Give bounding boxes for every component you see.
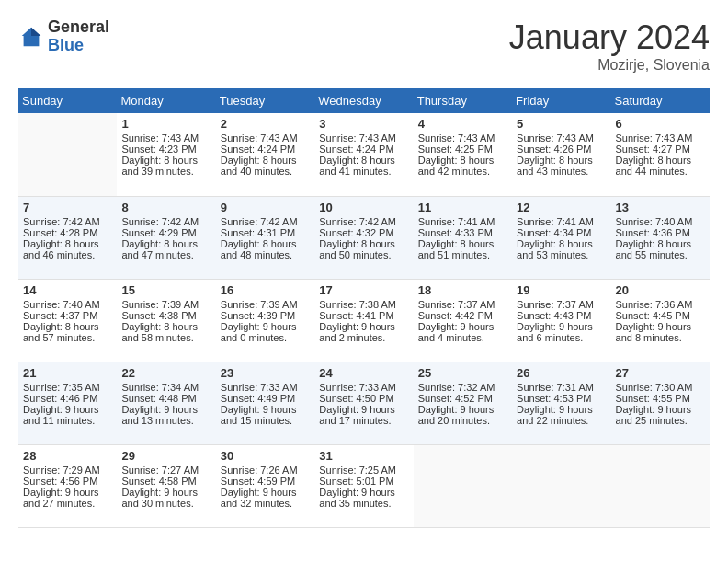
sunset-text: Sunset: 4:39 PM bbox=[221, 310, 310, 321]
daylight-text: Daylight: 8 hours and 48 minutes. bbox=[221, 238, 310, 260]
calendar-week-row: 21Sunrise: 7:35 AMSunset: 4:46 PMDayligh… bbox=[18, 362, 710, 444]
table-row: 20Sunrise: 7:36 AMSunset: 4:45 PMDayligh… bbox=[611, 279, 710, 362]
table-row bbox=[512, 444, 610, 527]
sunrise-text: Sunrise: 7:33 AM bbox=[319, 382, 408, 393]
sunset-text: Sunset: 4:37 PM bbox=[23, 310, 112, 321]
sunset-text: Sunset: 4:46 PM bbox=[23, 393, 112, 404]
daylight-text: Daylight: 8 hours and 53 minutes. bbox=[517, 238, 606, 260]
title-block: January 2024 Mozirje, Slovenia bbox=[509, 18, 710, 74]
day-number: 14 bbox=[23, 283, 112, 297]
daylight-text: Daylight: 9 hours and 13 minutes. bbox=[121, 404, 210, 426]
header-friday: Friday bbox=[512, 88, 610, 113]
sunrise-text: Sunrise: 7:40 AM bbox=[23, 299, 112, 310]
sunrise-text: Sunrise: 7:42 AM bbox=[221, 216, 310, 227]
table-row: 11Sunrise: 7:41 AMSunset: 4:33 PMDayligh… bbox=[414, 196, 512, 279]
table-row: 1Sunrise: 7:43 AMSunset: 4:23 PMDaylight… bbox=[117, 113, 215, 196]
sunset-text: Sunset: 4:33 PM bbox=[418, 227, 507, 238]
table-row: 24Sunrise: 7:33 AMSunset: 4:50 PMDayligh… bbox=[314, 362, 413, 444]
header-sunday: Sunday bbox=[18, 88, 117, 113]
sunrise-text: Sunrise: 7:42 AM bbox=[319, 216, 408, 227]
day-number: 29 bbox=[121, 449, 210, 463]
daylight-text: Daylight: 9 hours and 20 minutes. bbox=[418, 404, 507, 426]
sunset-text: Sunset: 4:29 PM bbox=[121, 227, 210, 238]
table-row bbox=[611, 444, 710, 527]
day-number: 3 bbox=[319, 117, 408, 131]
daylight-text: Daylight: 8 hours and 47 minutes. bbox=[121, 238, 210, 260]
sunrise-text: Sunrise: 7:26 AM bbox=[221, 465, 310, 476]
daylight-text: Daylight: 8 hours and 42 minutes. bbox=[418, 155, 507, 177]
table-row: 13Sunrise: 7:40 AMSunset: 4:36 PMDayligh… bbox=[611, 196, 710, 279]
day-number: 27 bbox=[616, 366, 705, 380]
sunrise-text: Sunrise: 7:34 AM bbox=[121, 382, 210, 393]
table-row: 17Sunrise: 7:38 AMSunset: 4:41 PMDayligh… bbox=[314, 279, 413, 362]
table-row: 25Sunrise: 7:32 AMSunset: 4:52 PMDayligh… bbox=[414, 362, 512, 444]
calendar-week-row: 28Sunrise: 7:29 AMSunset: 4:56 PMDayligh… bbox=[18, 444, 710, 527]
sunset-text: Sunset: 4:55 PM bbox=[616, 393, 705, 404]
sunset-text: Sunset: 4:23 PM bbox=[121, 144, 210, 155]
sunrise-text: Sunrise: 7:42 AM bbox=[23, 216, 112, 227]
daylight-text: Daylight: 8 hours and 40 minutes. bbox=[221, 155, 310, 177]
daylight-text: Daylight: 9 hours and 15 minutes. bbox=[221, 404, 310, 426]
daylight-text: Daylight: 9 hours and 35 minutes. bbox=[319, 487, 408, 509]
table-row: 3Sunrise: 7:43 AMSunset: 4:24 PMDaylight… bbox=[314, 113, 413, 196]
table-row: 10Sunrise: 7:42 AMSunset: 4:32 PMDayligh… bbox=[314, 196, 413, 279]
table-row: 7Sunrise: 7:42 AMSunset: 4:28 PMDaylight… bbox=[18, 196, 117, 279]
sunrise-text: Sunrise: 7:30 AM bbox=[616, 382, 705, 393]
day-number: 2 bbox=[221, 117, 310, 131]
daylight-text: Daylight: 8 hours and 58 minutes. bbox=[121, 321, 210, 343]
header-monday: Monday bbox=[117, 88, 215, 113]
sunset-text: Sunset: 4:49 PM bbox=[221, 393, 310, 404]
table-row: 29Sunrise: 7:27 AMSunset: 4:58 PMDayligh… bbox=[117, 444, 215, 527]
table-row: 16Sunrise: 7:39 AMSunset: 4:39 PMDayligh… bbox=[216, 279, 314, 362]
day-number: 5 bbox=[517, 117, 606, 131]
table-row: 4Sunrise: 7:43 AMSunset: 4:25 PMDaylight… bbox=[414, 113, 512, 196]
day-number: 4 bbox=[418, 117, 507, 131]
table-row: 15Sunrise: 7:39 AMSunset: 4:38 PMDayligh… bbox=[117, 279, 215, 362]
daylight-text: Daylight: 9 hours and 0 minutes. bbox=[221, 321, 310, 343]
day-number: 17 bbox=[319, 283, 408, 297]
table-row: 28Sunrise: 7:29 AMSunset: 4:56 PMDayligh… bbox=[18, 444, 117, 527]
day-number: 28 bbox=[23, 449, 112, 463]
day-number: 26 bbox=[517, 366, 606, 380]
logo-general-text: General bbox=[48, 18, 109, 37]
table-row bbox=[18, 113, 117, 196]
sunrise-text: Sunrise: 7:43 AM bbox=[121, 132, 210, 144]
daylight-text: Daylight: 8 hours and 43 minutes. bbox=[517, 155, 606, 177]
sunset-text: Sunset: 4:52 PM bbox=[418, 393, 507, 404]
daylight-text: Daylight: 9 hours and 30 minutes. bbox=[121, 487, 210, 509]
sunrise-text: Sunrise: 7:43 AM bbox=[221, 132, 310, 144]
sunrise-text: Sunrise: 7:36 AM bbox=[616, 299, 705, 310]
sunrise-text: Sunrise: 7:40 AM bbox=[616, 216, 705, 227]
day-number: 24 bbox=[319, 366, 408, 380]
sunrise-text: Sunrise: 7:35 AM bbox=[23, 382, 112, 393]
day-number: 8 bbox=[121, 201, 210, 214]
header-thursday: Thursday bbox=[414, 88, 512, 113]
sunset-text: Sunset: 4:38 PM bbox=[121, 310, 210, 321]
sunrise-text: Sunrise: 7:37 AM bbox=[418, 299, 507, 310]
day-number: 18 bbox=[418, 283, 507, 297]
sunrise-text: Sunrise: 7:29 AM bbox=[23, 465, 112, 476]
daylight-text: Daylight: 8 hours and 46 minutes. bbox=[23, 238, 112, 260]
sunset-text: Sunset: 4:48 PM bbox=[121, 393, 210, 404]
day-number: 19 bbox=[517, 283, 606, 297]
daylight-text: Daylight: 9 hours and 17 minutes. bbox=[319, 404, 408, 426]
day-number: 22 bbox=[121, 366, 210, 380]
day-number: 6 bbox=[616, 117, 705, 131]
day-number: 21 bbox=[23, 366, 112, 380]
calendar-week-row: 14Sunrise: 7:40 AMSunset: 4:37 PMDayligh… bbox=[18, 279, 710, 362]
header-saturday: Saturday bbox=[611, 88, 710, 113]
header-wednesday: Wednesday bbox=[314, 88, 413, 113]
table-row: 26Sunrise: 7:31 AMSunset: 4:53 PMDayligh… bbox=[512, 362, 610, 444]
table-row: 12Sunrise: 7:41 AMSunset: 4:34 PMDayligh… bbox=[512, 196, 610, 279]
sunset-text: Sunset: 4:50 PM bbox=[319, 393, 408, 404]
sunrise-text: Sunrise: 7:27 AM bbox=[121, 465, 210, 476]
sunset-text: Sunset: 4:43 PM bbox=[517, 310, 606, 321]
day-number: 20 bbox=[616, 283, 705, 297]
logo-icon bbox=[18, 24, 44, 50]
day-number: 12 bbox=[517, 201, 606, 214]
sunrise-text: Sunrise: 7:43 AM bbox=[418, 132, 507, 144]
day-number: 9 bbox=[221, 201, 310, 214]
table-row bbox=[414, 444, 512, 527]
sunrise-text: Sunrise: 7:25 AM bbox=[319, 465, 408, 476]
table-row: 9Sunrise: 7:42 AMSunset: 4:31 PMDaylight… bbox=[216, 196, 314, 279]
